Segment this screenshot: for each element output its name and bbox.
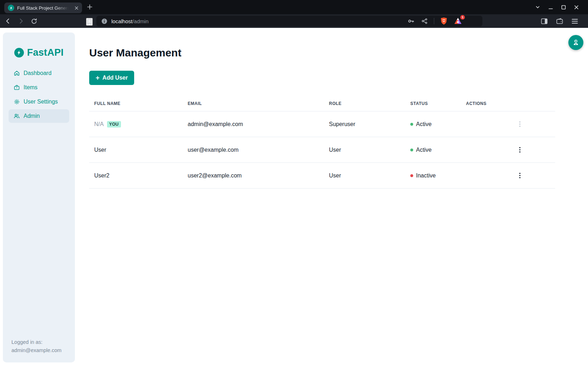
- forward-icon[interactable]: [17, 17, 25, 25]
- gear-icon: [14, 99, 20, 105]
- back-icon[interactable]: [4, 17, 12, 25]
- you-badge: YOU: [107, 121, 121, 127]
- table-row: N/AYOU admin@example.com Superuser Activ…: [89, 111, 555, 137]
- window-controls: [535, 0, 588, 14]
- user-role: User: [323, 172, 405, 179]
- window-minimize-icon[interactable]: [548, 5, 553, 10]
- column-header-full-name: FULL NAME: [89, 101, 182, 106]
- sidebar-item-label: Dashboard: [24, 70, 51, 76]
- column-header-status: STATUS: [405, 101, 460, 106]
- side-panel-icon[interactable]: [540, 17, 548, 25]
- user-table: FULL NAMEEMAILROLESTATUSACTIONS N/AYOU a…: [89, 96, 555, 189]
- row-actions-menu-icon[interactable]: [518, 146, 522, 154]
- url-host: localhost: [111, 18, 132, 24]
- status-dot-icon: [410, 174, 413, 177]
- browser-tab-bar: Full Stack Project Genera: [0, 0, 588, 14]
- sidebar-nav: Dashboard Items User Settings Admin: [3, 66, 75, 123]
- wallet-icon[interactable]: [556, 17, 564, 25]
- table-body: N/AYOU admin@example.com Superuser Activ…: [89, 111, 555, 189]
- row-actions-menu-icon[interactable]: [518, 120, 522, 129]
- tab-close-icon[interactable]: [74, 5, 79, 11]
- users-icon: [14, 113, 20, 119]
- url-text[interactable]: localhost/admin: [111, 18, 148, 24]
- menu-hamburger-icon[interactable]: [571, 18, 579, 25]
- add-user-button[interactable]: + Add User: [89, 71, 134, 85]
- user-status: Inactive: [416, 172, 436, 179]
- user-full-name: User2: [94, 172, 110, 179]
- sidebar-item-admin[interactable]: Admin: [9, 109, 69, 123]
- window-menu-chevron-icon[interactable]: [535, 5, 540, 10]
- toolbar-divider: [434, 18, 434, 24]
- page-title: User Management: [89, 45, 588, 61]
- user-role: User: [323, 147, 405, 153]
- window-maximize-icon[interactable]: [561, 5, 566, 10]
- browser-tab[interactable]: Full Stack Project Genera: [4, 2, 82, 13]
- user-email: admin@example.com: [182, 121, 323, 127]
- fastapi-favicon-icon: [8, 5, 14, 11]
- new-tab-button[interactable]: [87, 4, 92, 10]
- sidebar: FastAPI Dashboard Items User Settings Ad…: [3, 32, 75, 362]
- user-full-name: User: [94, 147, 106, 153]
- logged-in-email: admin@example.com: [11, 346, 61, 355]
- add-user-label: Add User: [102, 75, 128, 81]
- main-content: User Management + Add User FULL NAMEEMAI…: [75, 28, 588, 189]
- sidebar-item-label: User Settings: [24, 99, 58, 105]
- home-icon: [14, 70, 20, 76]
- status-dot-icon: [410, 149, 413, 151]
- site-info-icon[interactable]: [101, 18, 107, 24]
- admin-page: FastAPI Dashboard Items User Settings Ad…: [0, 28, 588, 366]
- logged-in-info: Logged in as: admin@example.com: [11, 338, 61, 355]
- window-close-icon[interactable]: [574, 5, 579, 10]
- user-email: user2@example.com: [182, 172, 323, 179]
- user-avatar-button[interactable]: [568, 35, 583, 50]
- share-icon[interactable]: [421, 17, 429, 25]
- plus-icon: +: [96, 74, 100, 81]
- reload-icon[interactable]: [30, 17, 38, 25]
- user-full-name: N/A: [94, 121, 104, 127]
- brave-shield-icon[interactable]: [440, 16, 448, 26]
- tab-title: Full Stack Project Genera: [17, 5, 71, 11]
- briefcase-icon: [14, 84, 20, 91]
- user-email: user@example.com: [182, 147, 323, 153]
- fastapi-bolt-icon: [14, 48, 24, 57]
- table-header-row: FULL NAMEEMAILROLESTATUSACTIONS: [89, 96, 555, 111]
- fastapi-logo: FastAPI: [3, 32, 75, 58]
- rewards-notification-badge: 1: [460, 15, 465, 20]
- column-header-role: ROLE: [323, 101, 405, 106]
- table-row: User user@example.com User Active: [89, 137, 555, 163]
- table-row: User2 user2@example.com User Inactive: [89, 163, 555, 189]
- password-key-icon[interactable]: [407, 17, 415, 25]
- sidebar-item-label: Admin: [24, 113, 40, 119]
- user-status: Active: [416, 121, 432, 127]
- browser-toolbar: localhost/admin 1: [0, 14, 588, 28]
- url-bar[interactable]: localhost/admin 1: [96, 16, 482, 26]
- logged-in-label: Logged in as:: [11, 338, 61, 346]
- column-header-actions: ACTIONS: [460, 101, 555, 106]
- bookmark-icon[interactable]: [86, 18, 93, 26]
- brand-name: FastAPI: [27, 47, 64, 58]
- astronaut-icon: [572, 39, 580, 46]
- user-role: Superuser: [323, 121, 405, 127]
- sidebar-item-items[interactable]: Items: [9, 81, 69, 94]
- column-header-email: EMAIL: [182, 101, 323, 106]
- row-actions-menu-icon[interactable]: [518, 171, 522, 180]
- sidebar-item-dashboard[interactable]: Dashboard: [9, 66, 69, 80]
- sidebar-item-user-settings[interactable]: User Settings: [9, 95, 69, 109]
- status-dot-icon: [410, 123, 413, 126]
- url-path: /admin: [132, 18, 148, 24]
- sidebar-item-label: Items: [24, 84, 37, 91]
- user-status: Active: [416, 147, 432, 153]
